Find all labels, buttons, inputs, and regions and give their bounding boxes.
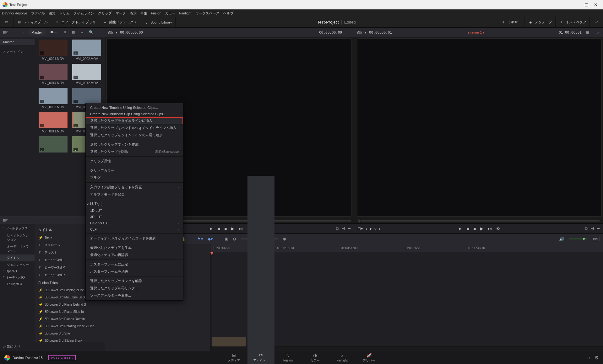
effects-category[interactable]: ˅ オーディオFX (0, 274, 35, 281)
menu-Fusion[interactable]: Fusion (151, 11, 161, 15)
context-menu-item[interactable]: アルファモードを変更› (86, 191, 183, 198)
effect-item[interactable]: ⚡3D Lower 3rd Plane Slide In (35, 308, 105, 315)
media-clip[interactable]: ♪ (37, 136, 69, 154)
record-viewer[interactable] (357, 38, 602, 217)
page-カラー[interactable]: ◑カラー (302, 176, 329, 364)
effects-category[interactable]: ˅ OpenFX (0, 268, 35, 274)
effects-category[interactable]: FairlightFX (0, 281, 35, 287)
rec-in-tc[interactable]: 00:00:00:01 (369, 30, 392, 35)
page-デリバー[interactable]: 🚀デリバー (356, 176, 383, 364)
effects-category[interactable]: ビデオトランジション (0, 232, 35, 243)
inspector-button[interactable]: ✧ インスペクタ (556, 17, 590, 27)
expand-icon[interactable]: ⤢ (593, 19, 600, 26)
media-clip[interactable]: ♪MVI_0011.MOV (37, 112, 69, 133)
effects-category[interactable]: ジェネレーター (0, 261, 35, 268)
context-menu-item[interactable]: オーディオ (LTC) からタイムコードを更新 (86, 235, 183, 242)
rec-first-icon[interactable]: ⏮ (458, 226, 462, 231)
menu-ファイル[interactable]: ファイル (31, 11, 45, 16)
clip-thumbnail[interactable]: ♪ (39, 112, 68, 128)
bin-view-icon[interactable]: ▦▾ (2, 29, 9, 36)
context-menu-item[interactable]: 最適化したメディアを生成 (86, 244, 183, 251)
context-menu-item[interactable]: 選択したクリップを再リンク... (86, 285, 183, 292)
menu-編集[interactable]: 編集 (49, 11, 56, 16)
context-menu-item[interactable]: 入力サイズ調整プリセットを変更› (86, 184, 183, 191)
context-menu-item[interactable]: 選択したクリップをタイムラインに挿入 (86, 117, 183, 124)
volume-slider[interactable] (568, 238, 587, 239)
context-menu-item[interactable]: 選択したクリップをハンドルつきでタイムラインへ挿入 (86, 124, 183, 131)
menu-クリップ[interactable]: クリップ (98, 11, 112, 16)
marker-icon[interactable]: ◆▾ (208, 237, 213, 241)
context-menu-item[interactable]: クリップ属性... (86, 158, 183, 165)
media-clip[interactable]: ♪MVI_0014.MOV (37, 64, 69, 85)
flag-icon[interactable]: ⚑▾ (197, 237, 203, 241)
effect-item[interactable]: ⚡3D Lower 3rd Planes Rotatin (35, 315, 105, 323)
menu-タイムライン[interactable]: タイムライン (73, 11, 94, 16)
context-menu-item[interactable]: ポスターフレームに設定 (86, 261, 183, 268)
sort-icon[interactable]: ⇅ (61, 29, 68, 36)
bin-master[interactable]: Master (0, 39, 35, 45)
context-menu-item[interactable]: Create New Timeline Using Selected Clips… (86, 104, 183, 111)
rec-in-icon[interactable]: ⊣ (590, 226, 594, 231)
search-icon[interactable]: 🔍 (88, 29, 95, 36)
menu-表示[interactable]: 表示 (130, 11, 137, 16)
media-pool-button[interactable]: ⊞ メディアプール (14, 17, 51, 27)
home-icon[interactable]: ⌂ (587, 355, 590, 361)
list-view-icon[interactable]: ≡ (79, 29, 86, 36)
rec-out-tc[interactable]: 01:00:00:01 (559, 30, 582, 35)
rec-play-icon[interactable]: ▶ (480, 226, 483, 231)
nav-back-icon[interactable]: ‹ (11, 29, 18, 36)
rec-fit-dropdown[interactable]: 適応 ▾ (357, 30, 367, 35)
src-in-tc[interactable]: 00:00:00:00 (120, 30, 143, 35)
context-menu-item[interactable]: ✓LUTなし (86, 200, 183, 207)
context-menu-item[interactable]: ソースフォルダーを変更... (86, 292, 183, 299)
color-viewer-icon[interactable]: ▦ (584, 29, 591, 36)
maximize-button[interactable]: ▢ (582, 1, 591, 9)
layout-icon[interactable]: ⧉ (3, 19, 10, 26)
menu-ヘルプ[interactable]: ヘルプ (223, 11, 234, 16)
clip-thumbnail[interactable]: ♪ (72, 40, 101, 56)
effects-category[interactable]: ˅ ツールボックス (0, 225, 35, 232)
media-clip[interactable]: ♪MVI_0003.MOV (37, 88, 69, 109)
menu-マーク[interactable]: マーク (116, 11, 126, 16)
edit-index-button[interactable]: ≡ 編集インデックス (99, 17, 140, 27)
menu-トリム[interactable]: トリム (59, 11, 70, 16)
clip-thumbnail[interactable]: ♪ (72, 88, 101, 104)
rec-prev-icon[interactable]: ◀ (466, 226, 469, 231)
effect-item[interactable]: ⚡3D Lower 3rd Sliding Block (35, 337, 105, 342)
nav-fwd-icon[interactable]: › (19, 29, 26, 36)
single-viewer-icon[interactable]: ▭ (594, 29, 600, 36)
context-menu-item[interactable]: 最適化メディアの再認識 (86, 251, 183, 259)
src-options-icon[interactable]: ⋯ (345, 29, 351, 36)
menu-カラー[interactable]: カラー (165, 11, 176, 16)
rec-stop-icon[interactable]: ■ (474, 226, 476, 231)
close-button[interactable]: ✕ (591, 1, 600, 9)
context-menu-item[interactable]: DaVinci CTL› (86, 220, 183, 226)
effects-view-icon[interactable]: ▦▾ (2, 217, 9, 223)
effect-item[interactable]: ⚡3D Lower 3rd Shelf (35, 330, 105, 337)
settings-icon[interactable]: ⚙ (595, 355, 599, 361)
speaker-icon[interactable]: 🔊 (559, 237, 564, 241)
effect-item[interactable]: ⚡3D Lower 3rd Rotating Plane 2 Line (35, 323, 105, 330)
context-menu-item[interactable]: 選択したクリップを削除Shift+Backspace (86, 148, 183, 155)
media-clip[interactable]: ♪MVI_0001.MOV (37, 40, 69, 61)
context-menu-item[interactable]: CLF› (86, 226, 183, 233)
context-menu-item[interactable]: ポスターフレームを消去 (86, 268, 183, 275)
context-menu-item[interactable]: Create New Multicam Clip Using Selected … (86, 111, 183, 117)
menu-Fairlight[interactable]: Fairlight (179, 11, 192, 15)
media-clip[interactable]: ♪MVI_0012.MOV (71, 64, 103, 85)
rec-out-icon[interactable]: ⊢ (596, 226, 600, 231)
rec-scrubber[interactable] (357, 220, 600, 222)
playhead[interactable] (212, 252, 212, 342)
src-rev-icon[interactable]: ◀ (217, 226, 220, 231)
page-メディア[interactable]: ⊞メディア (220, 176, 247, 364)
context-menu-item[interactable]: クリップカラー› (86, 167, 183, 174)
options-icon[interactable]: ⋯ (96, 29, 103, 36)
menu-DaVinci Resolve[interactable]: DaVinci Resolve (2, 11, 27, 15)
clip-thumbnail[interactable]: ♪ (39, 64, 68, 80)
effects-category[interactable]: オーディオトランジ… (0, 243, 35, 254)
page-エディット[interactable]: ✂エディット (247, 176, 274, 364)
clip-thumbnail[interactable]: ♪ (39, 88, 68, 104)
context-menu-item[interactable]: 選択したクリップでビンを作成 (86, 141, 183, 148)
context-menu-item[interactable]: フラグ› (86, 174, 183, 181)
metadata-button[interactable]: ◈ メタデータ (525, 17, 556, 27)
